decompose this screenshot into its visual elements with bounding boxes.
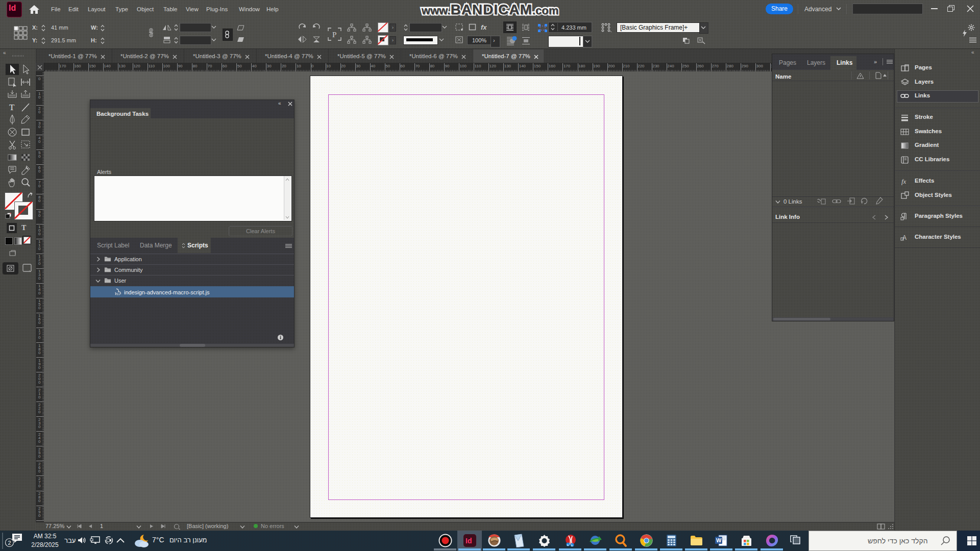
svg-text:T: T <box>9 103 15 112</box>
svg-text:fx: fx <box>901 178 906 185</box>
svg-text:2: 2 <box>8 540 11 546</box>
svg-text:W: W <box>716 537 722 543</box>
svg-text:Id: Id <box>465 537 472 545</box>
svg-text:P: P <box>332 31 336 39</box>
